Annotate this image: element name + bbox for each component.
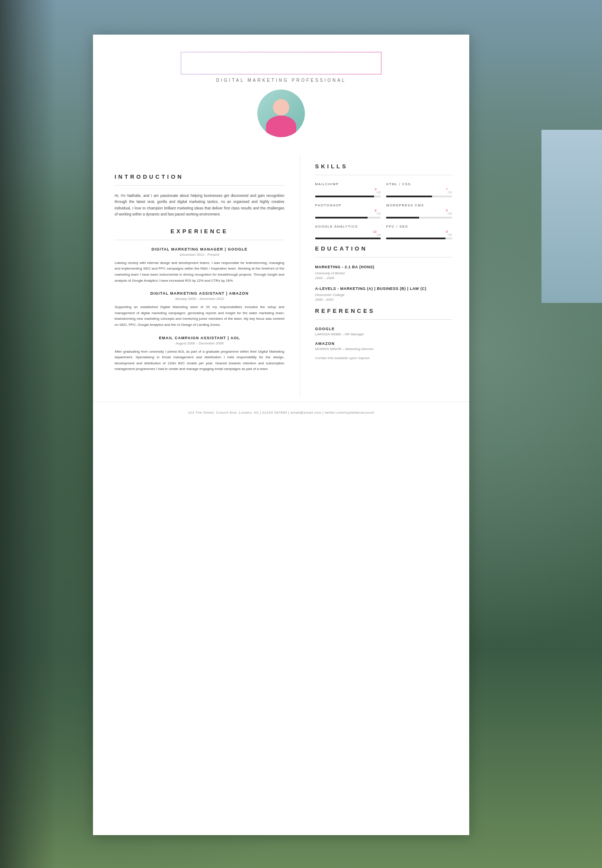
skill-name-mailchimp: MAILCHIMP — [315, 182, 339, 186]
name-box: NATHALIE BYSTRÖM — [181, 52, 381, 74]
resume-paper: NATHALIE BYSTRÖM DIGITAL MARKETING PROFE… — [93, 35, 469, 835]
job-title-1: DIGITAL MARKETING MANAGER | GOOGLE — [115, 247, 285, 251]
job-date-2: January 2009 – November 2012 — [115, 297, 285, 301]
bg-sky-right — [541, 130, 602, 303]
skill-score-html: 7/10 — [386, 187, 452, 194]
job-desc-1: Liaising closely with internal design an… — [115, 260, 285, 283]
edu-school-2: Gloucester College — [315, 293, 452, 297]
skill-name-ppc: PPC / SEO — [386, 225, 408, 228]
skill-score-analytics: 10/10 — [315, 230, 381, 236]
avatar — [257, 90, 305, 137]
ref-person-1: LARISSA WEBB – HR Manager — [315, 332, 452, 336]
ref-divider — [315, 319, 452, 320]
edu-degree-1: MARKETING - 2.1 BA (HONS) — [315, 264, 452, 270]
skill-ppc: PPC / SEO 9/10 — [386, 225, 452, 240]
resume-name: NATHALIE BYSTRÖM — [198, 56, 364, 70]
edu-year-1: 2002 – 2006 — [315, 276, 452, 280]
job-item-1: DIGITAL MARKETING MANAGER | GOOGLE Decem… — [115, 247, 285, 283]
skill-score-wordpress: 5/10 — [386, 209, 452, 215]
skill-bar-bg-wordpress — [386, 217, 452, 219]
job-desc-3: After graduating from university I joine… — [115, 349, 285, 372]
job-title-2: DIGITAL MARKETING ASSISTANT | AMAZON — [115, 291, 285, 296]
skill-analytics: GOOGLE ANALYTICS 10/10 — [315, 225, 381, 240]
job-date-1: December 2012 - Present — [115, 253, 285, 257]
resume-job-title: DIGITAL MARKETING PROFESSIONAL — [115, 78, 448, 83]
skill-row-1: MAILCHIMP 9/10 HTML / CSS — [315, 182, 452, 197]
skill-name-analytics: GOOGLE ANALYTICS — [315, 225, 358, 228]
avatar-container — [115, 90, 448, 137]
skill-wordpress: WORDPRESS CMS 5/10 — [386, 203, 452, 219]
skill-mailchimp: MAILCHIMP 9/10 — [315, 182, 381, 197]
skill-photoshop: PHOTOSHOP 8/10 — [315, 203, 381, 219]
skill-bar-bg-photoshop — [315, 217, 381, 219]
intro-divider — [115, 185, 285, 186]
skills-section: SKILLS MAILCHIMP 9/10 — [315, 163, 452, 239]
skill-bar-bg-ppc — [386, 238, 452, 239]
edu-item-2: A-LEVELS - MARKETING (A) | BUSINESS (B) … — [315, 286, 452, 302]
references-section: REFERENCES GOOGLE LARISSA WEBB – HR Mana… — [315, 308, 452, 360]
skill-row-2: PHOTOSHOP 8/10 WORDPRESS CMS — [315, 203, 452, 219]
skill-bar-fill-mailchimp — [315, 196, 375, 197]
ref-item-1: GOOGLE LARISSA WEBB – HR Manager — [315, 327, 452, 336]
resume-footer: 123 The Street, Crouch End, London, N1 |… — [93, 402, 469, 428]
edu-school-1: University of Bristol — [315, 271, 452, 275]
introduction-text: Hi, I'm Nathalie, and I am passionate ab… — [115, 193, 285, 218]
skill-bar-bg-analytics — [315, 238, 381, 239]
skill-name-html: HTML / CSS — [386, 182, 411, 186]
references-title: REFERENCES — [315, 308, 452, 314]
skill-score-photoshop: 8/10 — [315, 209, 381, 215]
experience-section: EXPERIENCE DIGITAL MARKETING MANAGER | G… — [115, 228, 285, 372]
ref-item-2: AMAZON MORRIS MINOR – Marketing Director — [315, 341, 452, 351]
education-title: EDUCATION — [315, 245, 452, 252]
ref-person-2: MORRIS MINOR – Marketing Director — [315, 347, 452, 351]
skill-row-3: GOOGLE ANALYTICS 10/10 PPC / SEO — [315, 225, 452, 240]
edu-year-2: 2000 - 2002 — [315, 298, 452, 302]
edu-item-1: MARKETING - 2.1 BA (HONS) University of … — [315, 264, 452, 280]
ref-company-2: AMAZON — [315, 341, 452, 346]
skills-divider — [315, 175, 452, 175]
exp-divider — [115, 240, 285, 240]
bg-shadow — [0, 0, 56, 868]
skill-bar-fill-photoshop — [315, 217, 368, 219]
resume-header: NATHALIE BYSTRÖM DIGITAL MARKETING PROFE… — [93, 35, 469, 154]
edu-divider — [315, 257, 452, 257]
job-item-2: DIGITAL MARKETING ASSISTANT | AMAZON Jan… — [115, 291, 285, 328]
left-column: INTRODUCTION Hi, I'm Nathalie, and I am … — [93, 154, 300, 397]
skill-bar-bg-html — [386, 196, 452, 197]
skill-html: HTML / CSS 7/10 — [386, 182, 452, 197]
skill-score-ppc: 9/10 — [386, 230, 452, 236]
skills-title: SKILLS — [315, 163, 452, 170]
job-desc-2: Supporting an established Digital Market… — [115, 304, 285, 328]
edu-degree-2: A-LEVELS - MARKETING (A) | BUSINESS (B) … — [315, 286, 452, 292]
skill-bar-fill-ppc — [386, 238, 445, 239]
skill-bar-bg-mailchimp — [315, 196, 381, 197]
experience-title: EXPERIENCE — [115, 228, 285, 235]
ref-company-1: GOOGLE — [315, 327, 452, 331]
skill-name-photoshop: PHOTOSHOP — [315, 203, 342, 207]
job-date-3: August 2006 – December 2008 — [115, 341, 285, 345]
introduction-section: INTRODUCTION Hi, I'm Nathalie, and I am … — [115, 174, 285, 218]
job-item-3: EMAIL CAMPAIGN ASSISTANT | AOL August 20… — [115, 336, 285, 372]
job-title-3: EMAIL CAMPAIGN ASSISTANT | AOL — [115, 336, 285, 340]
skill-bar-fill-wordpress — [386, 217, 419, 219]
skill-bar-fill-html — [386, 196, 432, 197]
skill-bar-fill-analytics — [315, 238, 381, 239]
introduction-title: INTRODUCTION — [115, 174, 285, 180]
right-column: SKILLS MAILCHIMP 9/10 — [300, 154, 470, 397]
footer-contact: 123 The Street, Crouch End, London, N1 |… — [115, 411, 448, 415]
ref-note: Contact info available upon request. — [315, 356, 452, 360]
resume-body: INTRODUCTION Hi, I'm Nathalie, and I am … — [93, 154, 469, 397]
skill-name-wordpress: WORDPRESS CMS — [386, 203, 424, 207]
education-section: EDUCATION MARKETING - 2.1 BA (HONS) Univ… — [315, 245, 452, 301]
skill-score-mailchimp: 9/10 — [315, 187, 381, 194]
